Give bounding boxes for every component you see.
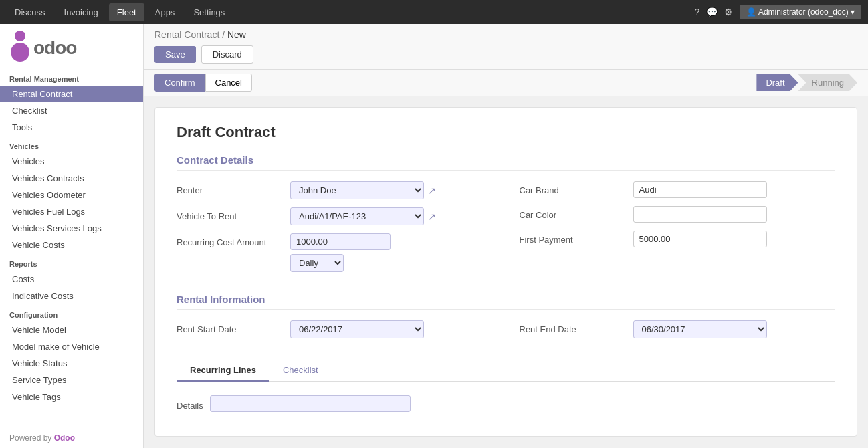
odoo-text: odoo <box>33 37 76 59</box>
rent-start-label: Rent Start Date <box>177 320 284 334</box>
breadcrumb: Rental Contract / New <box>154 29 857 40</box>
save-button[interactable]: Save <box>154 46 196 63</box>
form-card: Draft Contract Contract Details Renter J… <box>154 107 857 437</box>
renter-external-link-icon[interactable]: ↗ <box>428 185 436 196</box>
breadcrumb-separator: / <box>222 29 225 40</box>
content-area: Rental Contract / New Save Discard Confi… <box>144 24 868 448</box>
step-draft: Draft <box>756 74 798 91</box>
sidebar-item-checklist[interactable]: Checklist <box>0 102 143 119</box>
car-color-label: Car Color <box>520 206 627 220</box>
recurring-period-select[interactable]: Daily <box>290 254 344 272</box>
top-nav-right: ? 💬 ⚙ 👤 Administrator (odoo_doc) ▾ <box>694 5 861 19</box>
logo-circle-small <box>15 31 25 41</box>
user-avatar: 👤 <box>746 7 756 17</box>
section-rental-management: Rental Management <box>0 68 143 86</box>
section-contract-details: Contract Details <box>177 154 835 171</box>
recurring-cost-field: Daily <box>290 233 493 272</box>
car-color-input[interactable] <box>633 206 767 223</box>
recurring-cost-row: Recurring Cost Amount Daily <box>177 233 493 272</box>
renter-input-group: John Doe ↗ <box>290 181 493 199</box>
breadcrumb-parent[interactable]: Rental Contract <box>154 29 219 40</box>
chat-icon[interactable]: 💬 <box>706 7 718 17</box>
sidebar-item-vehicle-model[interactable]: Vehicle Model <box>0 322 143 338</box>
sidebar-item-service-types[interactable]: Service Types <box>0 372 143 388</box>
vehicle-input-group: Audi/A1/PAE-123 ↗ <box>290 207 493 225</box>
vehicle-rent-row: Vehicle To Rent Audi/A1/PAE-123 ↗ <box>177 207 493 225</box>
section-configuration: Configuration <box>0 304 143 322</box>
rent-end-label: Rent End Date <box>520 320 627 334</box>
sidebar-item-vehicles-fuel-logs[interactable]: Vehicles Fuel Logs <box>0 203 143 220</box>
sidebar-item-indicative-costs[interactable]: Indicative Costs <box>0 288 143 304</box>
car-brand-input[interactable] <box>633 181 767 198</box>
renter-select[interactable]: John Doe <box>290 181 424 199</box>
renter-field: John Doe ↗ <box>290 181 493 199</box>
first-payment-label: First Payment <box>520 231 627 245</box>
odoo-footer-link[interactable]: Odoo <box>54 433 75 443</box>
toolbar-area: Rental Contract / New Save Discard <box>144 24 868 70</box>
car-color-row: Car Color <box>520 206 836 223</box>
sidebar-item-tools[interactable]: Tools <box>0 119 143 136</box>
status-steps: Draft Running <box>756 74 857 91</box>
user-menu[interactable]: 👤 Administrator (odoo_doc) ▾ <box>740 5 861 19</box>
step-running: Running <box>798 74 857 91</box>
recurring-amount-input[interactable] <box>290 233 391 250</box>
logo-circles <box>11 35 29 62</box>
car-brand-row: Car Brand <box>520 181 836 198</box>
vehicle-rent-select[interactable]: Audi/A1/PAE-123 <box>290 207 424 225</box>
sidebar-item-rental-contract[interactable]: Rental Contract <box>0 86 143 102</box>
form-title: Draft Contract <box>177 124 835 141</box>
vehicle-external-link-icon[interactable]: ↗ <box>428 211 436 222</box>
tab-checklist[interactable]: Checklist <box>269 360 332 382</box>
status-bar: Confirm Cancel Draft Running <box>144 70 868 96</box>
user-label: Administrator (odoo_doc) <box>758 7 849 17</box>
sidebar-item-vehicles-odometer[interactable]: Vehicles Odometer <box>0 187 143 203</box>
odoo-logo: odoo <box>11 35 76 62</box>
discard-button[interactable]: Discard <box>201 45 253 64</box>
sidebar-item-vehicles[interactable]: Vehicles <box>0 153 143 170</box>
tabs-bar: Recurring Lines Checklist <box>177 360 835 382</box>
details-label: Details <box>177 397 203 411</box>
logo-circle-big <box>11 43 29 62</box>
sidebar-item-model-make[interactable]: Model make of Vehicle <box>0 338 143 355</box>
car-brand-label: Car Brand <box>520 181 627 195</box>
sidebar-item-vehicles-services-logs[interactable]: Vehicles Services Logs <box>0 220 143 237</box>
details-input[interactable] <box>210 395 411 412</box>
section-vehicles: Vehicles <box>0 136 143 153</box>
section-rental-info: Rental Information <box>177 294 835 310</box>
nav-apps[interactable]: Apps <box>147 3 183 21</box>
nav-settings[interactable]: Settings <box>185 3 233 21</box>
settings-icon[interactable]: ⚙ <box>724 7 733 17</box>
rent-end-field: 06/30/2017 <box>633 320 836 338</box>
breadcrumb-current: New <box>227 29 246 40</box>
vehicle-rent-field: Audi/A1/PAE-123 ↗ <box>290 207 493 225</box>
car-color-field <box>633 206 836 223</box>
sidebar: odoo Rental Management Rental Contract C… <box>0 24 144 448</box>
confirm-button[interactable]: Confirm <box>154 74 205 92</box>
nav-fleet[interactable]: Fleet <box>109 3 144 21</box>
user-dropdown-icon: ▾ <box>851 7 855 17</box>
details-row: Details <box>177 395 835 412</box>
sidebar-item-vehicles-contracts[interactable]: Vehicles Contracts <box>0 170 143 187</box>
renter-row: Renter John Doe ↗ <box>177 181 493 199</box>
cancel-button[interactable]: Cancel <box>205 74 252 92</box>
sidebar-item-vehicle-tags[interactable]: Vehicle Tags <box>0 388 143 405</box>
sidebar-item-vehicle-status[interactable]: Vehicle Status <box>0 355 143 372</box>
nav-discuss[interactable]: Discuss <box>7 3 53 21</box>
rent-start-row: Rent Start Date 06/22/2017 <box>177 320 493 338</box>
sidebar-item-vehicle-costs[interactable]: Vehicle Costs <box>0 237 143 253</box>
contract-details-grid: Renter John Doe ↗ Vehicle To R <box>177 181 835 280</box>
right-col: Car Brand Car Color First <box>520 181 836 280</box>
tab-content: Details <box>177 382 835 420</box>
recurring-cost-group: Daily <box>290 233 493 272</box>
rent-end-select[interactable]: 06/30/2017 <box>633 320 767 338</box>
vehicle-rent-label: Vehicle To Rent <box>177 207 284 221</box>
sidebar-item-costs[interactable]: Costs <box>0 271 143 288</box>
help-icon[interactable]: ? <box>694 7 699 17</box>
tab-recurring-lines[interactable]: Recurring Lines <box>177 360 269 382</box>
first-payment-input[interactable] <box>633 231 767 247</box>
logo-area: odoo <box>0 24 143 68</box>
rent-start-field: 06/22/2017 <box>290 320 493 338</box>
nav-invoicing[interactable]: Invoicing <box>56 3 106 21</box>
rental-info-grid: Rent Start Date 06/22/2017 Rent End Date… <box>177 320 835 346</box>
rent-start-select[interactable]: 06/22/2017 <box>290 320 424 338</box>
